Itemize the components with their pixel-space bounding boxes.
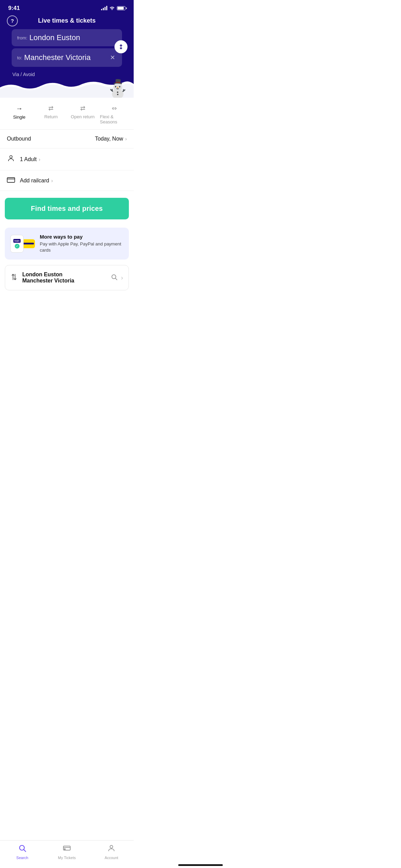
return-icon: ⇄	[48, 105, 53, 112]
single-label: Single	[13, 114, 25, 120]
promo-description: Pay with Apple Pay, PayPal and payment c…	[40, 241, 123, 253]
open-return-icon: ⇄	[80, 105, 85, 112]
status-time: 9:41	[8, 5, 20, 12]
passengers-row[interactable]: 1 Adult ›	[0, 148, 134, 170]
svg-rect-1	[7, 178, 15, 182]
battery-icon	[117, 6, 125, 10]
to-label: to:	[17, 55, 22, 60]
snow-decoration: ⛄	[0, 77, 134, 98]
outbound-label: Outbound	[7, 136, 95, 142]
railcard-icon	[7, 177, 15, 184]
to-input-row[interactable]: to: Manchester Victoria ✕	[12, 48, 122, 67]
flexi-seasons-icon: ⇔	[112, 105, 117, 112]
passengers-value: 1 Adult	[20, 156, 37, 162]
railcard-chevron-icon: ›	[51, 178, 53, 183]
promo-text: More ways to pay Pay with Apple Pay, Pay…	[40, 234, 123, 253]
wifi-icon	[109, 6, 115, 11]
tab-flexi-seasons[interactable]: ⇔ Flexi & Seasons	[99, 103, 131, 126]
recent-search-icon[interactable]	[111, 274, 118, 282]
flexi-seasons-label: Flexi & Seasons	[100, 114, 129, 124]
to-value: Manchester Victoria	[24, 53, 109, 62]
snowman-decoration: ⛄	[107, 80, 129, 98]
tab-single[interactable]: → Single	[3, 103, 35, 126]
recent-swap-icon	[11, 274, 17, 282]
phone-icon: train ✓	[10, 235, 24, 253]
journey-type-tabs: → Single ⇄ Return ⇄ Open return ⇔ Flexi …	[0, 98, 134, 130]
header: ? Live times & tickets from: London Eust…	[0, 14, 134, 77]
clear-destination-button[interactable]: ✕	[109, 52, 117, 63]
recent-text: London Euston Manchester Victoria	[22, 272, 106, 284]
from-input-row[interactable]: from: London Euston	[12, 29, 122, 46]
outbound-chevron-icon: ›	[125, 136, 127, 142]
passenger-icon	[7, 155, 15, 164]
status-icons	[101, 6, 125, 11]
recent-to: Manchester Victoria	[22, 278, 106, 284]
railcard-value: Add railcard	[20, 178, 49, 184]
from-label: from:	[17, 35, 27, 40]
recent-search-card[interactable]: London Euston Manchester Victoria ›	[5, 265, 129, 290]
single-icon: →	[16, 105, 23, 112]
recent-from: London Euston	[22, 272, 106, 278]
recent-actions: ›	[111, 274, 123, 282]
via-avoid-link[interactable]: Via / Avoid	[12, 69, 122, 77]
svg-line-4	[116, 278, 117, 280]
swap-button[interactable]	[114, 40, 127, 53]
from-value: London Euston	[29, 33, 117, 42]
promo-icon-group: train ✓	[10, 235, 35, 253]
recent-chevron-icon: ›	[121, 274, 123, 281]
outbound-value: Today, Now	[95, 136, 123, 142]
svg-point-0	[10, 156, 12, 158]
promo-title: More ways to pay	[40, 234, 123, 240]
return-label: Return	[44, 114, 58, 119]
passengers-chevron-icon: ›	[39, 157, 40, 162]
page-title: Live times & tickets	[38, 17, 96, 24]
promo-card[interactable]: train ✓ More ways to pay Pay with Apple …	[5, 228, 129, 260]
search-form: from: London Euston to: Manchester Victo…	[7, 29, 127, 77]
help-button[interactable]: ?	[7, 15, 18, 26]
tab-open-return[interactable]: ⇄ Open return	[67, 103, 99, 126]
tab-return[interactable]: ⇄ Return	[35, 103, 67, 126]
options-section: Outbound Today, Now › 1 Adult › Add rail…	[0, 130, 134, 191]
railcard-row[interactable]: Add railcard ›	[0, 170, 134, 191]
find-times-button[interactable]: Find times and prices	[5, 198, 129, 219]
outbound-row[interactable]: Outbound Today, Now ›	[0, 130, 134, 148]
status-bar: 9:41	[0, 0, 134, 14]
open-return-label: Open return	[71, 114, 95, 119]
signal-icon	[101, 6, 107, 10]
